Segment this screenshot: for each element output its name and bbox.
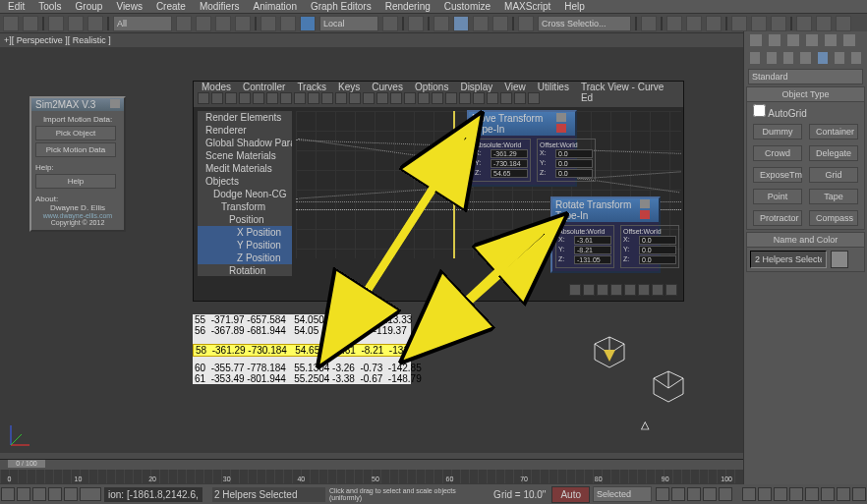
- tv-tool-11[interactable]: [335, 92, 347, 104]
- percent-snap-button[interactable]: [473, 16, 489, 31]
- nav-8-button[interactable]: [852, 487, 866, 501]
- time-slider[interactable]: 0 / 100 0 10 20 30 40 50 60 70 80 90 100: [0, 459, 743, 484]
- tv-menu-display[interactable]: Display: [460, 82, 492, 91]
- tv-tool-16[interactable]: [404, 92, 416, 104]
- goto-end-button[interactable]: [719, 487, 732, 501]
- move-ox-input[interactable]: 0.0: [555, 149, 593, 158]
- unlink-button[interactable]: [68, 16, 84, 31]
- shapes-icon[interactable]: [767, 52, 777, 64]
- rotate-transform-dialog[interactable]: Rotate Transform Type-In Absolute:World …: [550, 196, 661, 273]
- rect-select-button[interactable]: [215, 16, 231, 31]
- tree-rotation[interactable]: Rotation: [198, 264, 292, 276]
- tv-nav-4[interactable]: [610, 284, 622, 296]
- grid-button[interactable]: Grid: [809, 167, 858, 183]
- prev-frame-button[interactable]: [671, 487, 685, 501]
- tv-nav-8[interactable]: [665, 284, 677, 296]
- material-editor-button[interactable]: [771, 16, 786, 31]
- url-link[interactable]: www.dwayne-ellis.com: [35, 212, 120, 219]
- lights-icon[interactable]: [783, 52, 793, 64]
- scale-button[interactable]: [300, 16, 316, 31]
- menu-tools[interactable]: Tools: [38, 1, 61, 12]
- compass-button[interactable]: Compass: [809, 210, 858, 226]
- move-transform-dialog[interactable]: Move Transform Type-In Absolute:World X:…: [467, 110, 577, 187]
- nav-6-button[interactable]: [821, 487, 835, 501]
- tv-menu-utilities[interactable]: Utilities: [538, 82, 569, 91]
- color-swatch[interactable]: [831, 251, 848, 268]
- tree-x-position[interactable]: X Position: [198, 226, 292, 239]
- close-icon[interactable]: [556, 124, 566, 133]
- tv-tool-25[interactable]: [528, 92, 540, 104]
- rot-z-input[interactable]: -131.05: [574, 255, 611, 264]
- menu-maxscript[interactable]: MAXScript: [504, 1, 550, 12]
- tree-renderer[interactable]: Renderer: [198, 124, 292, 137]
- snap-toggle-button[interactable]: [434, 16, 449, 31]
- modify-tab-icon[interactable]: [769, 34, 780, 46]
- rot-y-input[interactable]: -8.21: [574, 246, 611, 254]
- spinner-snap-button[interactable]: [492, 16, 508, 31]
- spacewarps-icon[interactable]: [835, 52, 844, 64]
- close-icon[interactable]: [640, 210, 650, 219]
- rot-x-input[interactable]: -3.61: [574, 236, 611, 245]
- render-frame-button[interactable]: [816, 16, 832, 31]
- undo-button[interactable]: [3, 16, 19, 31]
- key-filter-dropdown[interactable]: Selected: [593, 486, 652, 502]
- tv-nav-1[interactable]: [569, 284, 581, 296]
- delegate-button[interactable]: Delegate: [809, 145, 858, 161]
- move-oy-input[interactable]: 0.0: [555, 159, 593, 168]
- tv-tool-21[interactable]: [473, 92, 485, 104]
- goto-start-button[interactable]: [656, 487, 669, 501]
- exposetm-button[interactable]: ExposeTm: [753, 167, 802, 183]
- tv-tool-7[interactable]: [280, 92, 292, 104]
- named-selection-dropdown[interactable]: Cross Selectio...: [538, 16, 631, 31]
- tree-position[interactable]: Position: [198, 213, 292, 226]
- select-button[interactable]: [176, 16, 192, 31]
- nav-1-button[interactable]: [742, 487, 756, 501]
- tv-tool-4[interactable]: [239, 92, 251, 104]
- pivot-button[interactable]: [382, 16, 398, 31]
- tree-y-position[interactable]: Y Position: [198, 239, 292, 252]
- menu-graph-editors[interactable]: Graph Editors: [311, 1, 372, 12]
- os-btn-4[interactable]: [48, 487, 62, 501]
- os-btn-5[interactable]: [64, 487, 78, 501]
- menu-animation[interactable]: Animation: [253, 1, 296, 12]
- selection-filter[interactable]: All: [113, 16, 172, 31]
- helpers-icon[interactable]: [818, 52, 828, 64]
- menu-rendering[interactable]: Rendering: [385, 1, 431, 12]
- angle-snap-button[interactable]: [453, 16, 469, 31]
- subcategory-dropdown[interactable]: Standard: [748, 69, 863, 84]
- systems-icon[interactable]: [851, 52, 861, 64]
- tv-tool-24[interactable]: [514, 92, 526, 104]
- next-frame-button[interactable]: [703, 487, 717, 501]
- tv-tool-17[interactable]: [418, 92, 430, 104]
- os-btn-wide[interactable]: [80, 487, 101, 501]
- tv-tool-9[interactable]: [308, 92, 319, 104]
- container-button[interactable]: Container: [809, 124, 858, 140]
- display-tab-icon[interactable]: [825, 34, 837, 46]
- layer-button[interactable]: [686, 16, 702, 31]
- protractor-button[interactable]: Protractor: [753, 210, 802, 226]
- bind-button[interactable]: [87, 16, 103, 31]
- object-name-input[interactable]: [750, 251, 827, 268]
- tree-shadow[interactable]: Global Shadow Parameters: [198, 137, 292, 149]
- rot-ox-input[interactable]: 0.0: [639, 236, 676, 245]
- minimize-icon[interactable]: [640, 199, 650, 208]
- tv-tool-18[interactable]: [432, 92, 443, 104]
- tv-menu-tracks[interactable]: Tracks: [297, 82, 326, 91]
- select-name-button[interactable]: [196, 16, 211, 31]
- tv-tool-8[interactable]: [294, 92, 306, 104]
- link-button[interactable]: [48, 16, 64, 31]
- nav-5-button[interactable]: [805, 487, 819, 501]
- play-button[interactable]: [687, 487, 701, 501]
- motion-tab-icon[interactable]: [806, 34, 818, 46]
- tree-medit-materials[interactable]: Medit Materials: [198, 162, 292, 175]
- utilities-tab-icon[interactable]: [843, 34, 855, 46]
- create-tab-icon[interactable]: [750, 34, 762, 46]
- sim2max-titlebar[interactable]: Sim2MAX V.3: [31, 98, 124, 111]
- cameras-icon[interactable]: [800, 52, 810, 64]
- move-z-input[interactable]: 54.65: [491, 169, 528, 178]
- pick-motion-button[interactable]: Pick Motion Data: [35, 142, 116, 157]
- hierarchy-tab-icon[interactable]: [787, 34, 799, 46]
- time-thumb[interactable]: 0 / 100: [8, 460, 45, 468]
- select-manipulate-button[interactable]: [408, 16, 424, 31]
- tv-nav-3[interactable]: [597, 284, 608, 296]
